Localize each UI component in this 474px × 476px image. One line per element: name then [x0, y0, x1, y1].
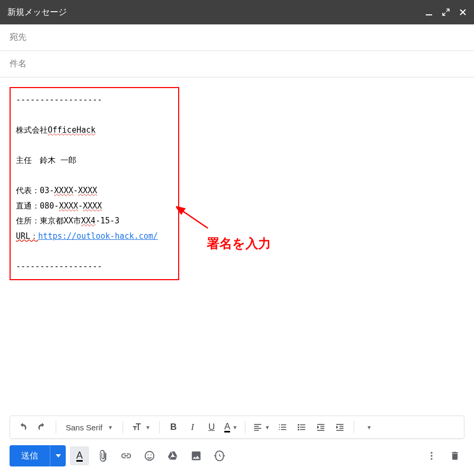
window-controls — [425, 8, 467, 16]
bulleted-list-button[interactable] — [293, 419, 310, 436]
svg-point-2 — [298, 424, 300, 426]
more-options-button[interactable] — [422, 446, 441, 465]
compose-window: 新規メッセージ 宛先 件名 ------------------ 株式会社Off… — [0, 0, 474, 476]
toolbar-separator — [56, 421, 56, 434]
signature-highlight-box: ------------------ 株式会社OfficeHack 主任 鈴木 … — [10, 87, 179, 280]
signature-separator-top: ------------------ — [16, 92, 173, 108]
insert-drive-button[interactable] — [163, 446, 182, 465]
signature-tel-main: 代表：03-XXXX-XXXX — [16, 183, 173, 198]
window-title: 新規メッセージ — [7, 7, 425, 18]
signature-tel-direct: 直通：080-XXXX-XXXX — [16, 198, 173, 214]
svg-line-1 — [181, 210, 208, 228]
numbered-list-button[interactable] — [274, 419, 291, 436]
svg-point-7 — [151, 454, 152, 455]
svg-point-9 — [431, 455, 432, 456]
signature-company: 株式会社OfficeHack — [16, 123, 173, 138]
send-options-button[interactable] — [50, 445, 66, 466]
toolbar-separator — [159, 421, 160, 434]
svg-rect-0 — [426, 14, 432, 15]
to-field[interactable]: 宛先 — [0, 24, 474, 51]
subject-field[interactable]: 件名 — [0, 51, 474, 77]
chevron-down-icon: ▼ — [145, 425, 151, 430]
confidential-mode-button[interactable] — [210, 446, 229, 465]
svg-point-10 — [431, 458, 432, 460]
more-format-button[interactable]: ▼ — [359, 419, 376, 436]
send-button[interactable]: 送信 — [10, 445, 50, 466]
insert-photo-button[interactable] — [187, 446, 206, 465]
formatting-toggle-button[interactable]: A — [70, 446, 89, 465]
underline-button[interactable]: U — [203, 419, 220, 436]
chevron-down-icon: ▼ — [366, 425, 372, 430]
minimize-icon[interactable] — [425, 8, 433, 16]
bold-button[interactable]: B — [165, 419, 182, 436]
signature-url-link[interactable]: https://outlook-hack.com/ — [38, 231, 158, 241]
signature-url: URL：https://outlook-hack.com/ — [16, 229, 173, 244]
svg-point-6 — [147, 454, 148, 455]
svg-point-4 — [298, 429, 300, 430]
insert-emoji-button[interactable] — [140, 446, 159, 465]
chevron-down-icon: ▼ — [265, 425, 270, 430]
toolbar-separator — [354, 421, 354, 434]
redo-button[interactable] — [33, 419, 50, 436]
send-button-group: 送信 — [10, 445, 66, 466]
toolbar-separator — [122, 421, 123, 434]
indent-less-button[interactable] — [312, 419, 329, 436]
close-icon[interactable] — [459, 8, 467, 16]
chevron-down-icon: ▼ — [108, 425, 113, 430]
svg-point-3 — [298, 427, 300, 428]
format-toolbar-container: Sans Serif ▼ ▼ B I U A ▼ ▼ — [0, 411, 474, 439]
indent-more-button[interactable] — [331, 419, 348, 436]
bottom-toolbar: 送信 A — [0, 439, 474, 476]
font-family-picker[interactable]: Sans Serif ▼ — [62, 423, 117, 432]
attach-file-button[interactable] — [93, 446, 112, 465]
undo-button[interactable] — [14, 419, 31, 436]
align-button[interactable]: ▼ — [251, 419, 272, 436]
chevron-down-icon: ▼ — [232, 425, 238, 430]
window-header: 新規メッセージ — [0, 0, 474, 24]
italic-button[interactable]: I — [184, 419, 201, 436]
format-toolbar: Sans Serif ▼ ▼ B I U A ▼ ▼ — [10, 416, 464, 439]
signature-address: 住所：東京都XX市XX4-15-3 — [16, 213, 173, 229]
svg-point-5 — [145, 452, 154, 461]
insert-link-button[interactable] — [117, 446, 136, 465]
signature-separator-bottom: ------------------ — [16, 259, 173, 274]
font-size-button[interactable]: ▼ — [128, 419, 154, 436]
svg-point-8 — [431, 452, 432, 454]
annotation-arrow-icon — [176, 206, 213, 232]
annotation-label: 署名を入力 — [207, 231, 271, 256]
toolbar-separator — [245, 421, 245, 434]
discard-draft-button[interactable] — [445, 446, 464, 465]
message-body[interactable]: ------------------ 株式会社OfficeHack 主任 鈴木 … — [0, 77, 474, 411]
signature-name: 主任 鈴木 一郎 — [16, 153, 173, 168]
text-color-button[interactable]: A ▼ — [222, 419, 240, 436]
expand-icon[interactable] — [442, 8, 450, 16]
